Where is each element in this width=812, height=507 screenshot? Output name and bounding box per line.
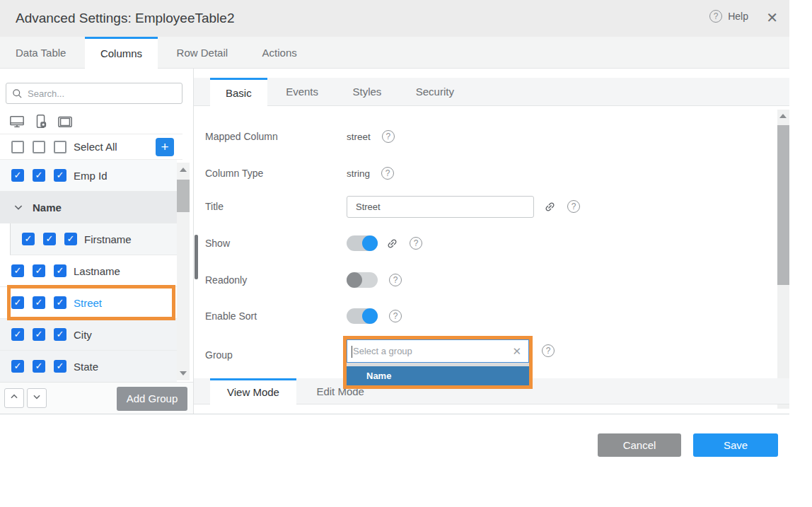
column-row-firstname[interactable]: Firstname <box>10 223 177 255</box>
tab-row-detail[interactable]: Row Detail <box>161 37 244 69</box>
column-settings-panel: Basic Events Styles Security Mapped Colu… <box>194 69 789 414</box>
field-column-type: Column Type string <box>205 161 768 185</box>
field-mapped-column: Mapped Column street <box>205 124 768 148</box>
tab-styles[interactable]: Styles <box>337 78 397 106</box>
column-row-empid[interactable]: Emp Id <box>0 160 177 192</box>
visibility-checkbox[interactable] <box>54 328 66 341</box>
advanced-settings-dialog: Advanced Settings: EmployeeTable2 Help ✕… <box>0 0 789 507</box>
field-label: Title <box>205 201 347 212</box>
field-readonly: Readonly <box>205 268 768 292</box>
visibility-checkbox[interactable] <box>33 169 45 182</box>
select-all-tablet-checkbox[interactable] <box>54 141 66 153</box>
field-enable-sort: Enable Sort <box>205 304 768 328</box>
panel-scrollbar[interactable] <box>777 110 789 409</box>
tab-data-table[interactable]: Data Table <box>0 37 81 69</box>
visibility-checkbox[interactable] <box>54 360 66 373</box>
move-down-button[interactable] <box>27 388 47 408</box>
scroll-up-arrow[interactable] <box>180 168 187 172</box>
tab-events[interactable]: Events <box>270 78 334 106</box>
visibility-checkbox[interactable] <box>11 296 24 309</box>
column-row-state[interactable]: State <box>0 351 177 383</box>
chevron-down-icon[interactable] <box>13 202 24 213</box>
help-icon[interactable] <box>410 237 422 250</box>
select-all-mobile-checkbox[interactable] <box>33 141 45 153</box>
scrollbar-thumb[interactable] <box>777 125 789 285</box>
visibility-checkbox[interactable] <box>54 169 66 182</box>
select-all-desktop-checkbox[interactable] <box>11 141 24 153</box>
dropdown-option-name[interactable]: Name <box>347 366 529 385</box>
visibility-checkbox[interactable] <box>33 264 45 277</box>
toggle-knob <box>362 235 378 251</box>
visibility-checkbox[interactable] <box>54 264 66 277</box>
toggle-knob <box>347 272 362 288</box>
mobile-icon[interactable] <box>33 114 49 129</box>
visibility-checkbox[interactable] <box>11 264 24 277</box>
tab-basic[interactable]: Basic <box>210 78 267 107</box>
field-label: Group <box>205 349 347 361</box>
group-label: Name <box>33 202 62 214</box>
add-group-button[interactable]: Add Group <box>117 387 187 411</box>
group-row-name[interactable]: Name <box>0 192 177 223</box>
scroll-down-arrow[interactable] <box>180 371 187 375</box>
link-icon[interactable] <box>386 238 398 250</box>
column-row-street-selected[interactable]: Street <box>0 287 177 319</box>
save-button[interactable]: Save <box>693 433 778 457</box>
group-select-input[interactable] <box>347 346 528 356</box>
help-icon[interactable] <box>389 310 402 322</box>
column-type-value: string <box>347 168 370 179</box>
scroll-up-arrow[interactable] <box>779 114 787 118</box>
visibility-checkbox[interactable] <box>11 328 24 341</box>
field-label: Column Type <box>205 168 347 179</box>
sidebar-scrollbar[interactable] <box>177 163 190 380</box>
field-label: Show <box>205 238 347 249</box>
desktop-icon[interactable] <box>8 114 25 129</box>
help-icon[interactable] <box>567 200 580 213</box>
help-label: Help <box>728 11 748 22</box>
tab-actions[interactable]: Actions <box>247 37 313 69</box>
move-up-button[interactable] <box>4 388 24 408</box>
column-row-city[interactable]: City <box>0 319 177 351</box>
main-tabbar: Data Table Columns Row Detail Actions <box>0 37 789 69</box>
tab-view-mode[interactable]: View Mode <box>210 378 296 405</box>
readonly-toggle[interactable] <box>347 272 378 288</box>
visibility-checkbox[interactable] <box>43 233 56 245</box>
column-list: Emp Id Name Firstname <box>0 160 177 383</box>
add-column-button[interactable]: + <box>156 138 174 156</box>
tablet-icon[interactable] <box>57 114 74 129</box>
visibility-checkbox[interactable] <box>11 169 24 182</box>
close-icon[interactable]: ✕ <box>766 10 778 25</box>
tab-security[interactable]: Security <box>400 78 470 106</box>
show-toggle[interactable] <box>347 235 378 251</box>
tab-columns[interactable]: Columns <box>85 37 158 69</box>
help-icon[interactable] <box>389 274 402 286</box>
field-label: Readonly <box>205 274 347 286</box>
clear-icon[interactable]: ✕ <box>512 346 521 357</box>
device-filter-row <box>0 110 182 134</box>
visibility-checkbox[interactable] <box>22 233 35 245</box>
group-select[interactable]: ✕ <box>347 339 529 363</box>
help-icon[interactable] <box>382 130 395 143</box>
help-icon[interactable] <box>542 344 555 357</box>
columns-sidebar: Select All + Emp Id Name <box>0 69 194 414</box>
help-icon[interactable] <box>381 167 394 180</box>
column-row-lastname[interactable]: Lastname <box>0 255 177 287</box>
select-all-label: Select All <box>74 141 117 153</box>
cancel-button[interactable]: Cancel <box>598 433 681 457</box>
search-box[interactable] <box>6 83 182 104</box>
column-label: Firstname <box>84 233 132 245</box>
visibility-checkbox[interactable] <box>11 360 24 373</box>
search-input[interactable] <box>28 88 176 99</box>
enable-sort-toggle[interactable] <box>347 308 378 324</box>
dialog-body: Select All + Emp Id Name <box>0 69 789 414</box>
visibility-checkbox[interactable] <box>33 296 45 309</box>
help-button[interactable]: Help <box>709 10 748 23</box>
visibility-checkbox[interactable] <box>64 233 77 245</box>
visibility-checkbox[interactable] <box>54 296 66 309</box>
title-input[interactable] <box>347 196 534 218</box>
column-label-selected: Street <box>74 297 102 309</box>
scrollbar-thumb[interactable] <box>177 180 190 212</box>
visibility-checkbox[interactable] <box>33 360 45 373</box>
visibility-checkbox[interactable] <box>33 328 45 341</box>
panel-scrollbar-thumb[interactable] <box>195 235 198 279</box>
link-icon[interactable] <box>544 201 556 213</box>
